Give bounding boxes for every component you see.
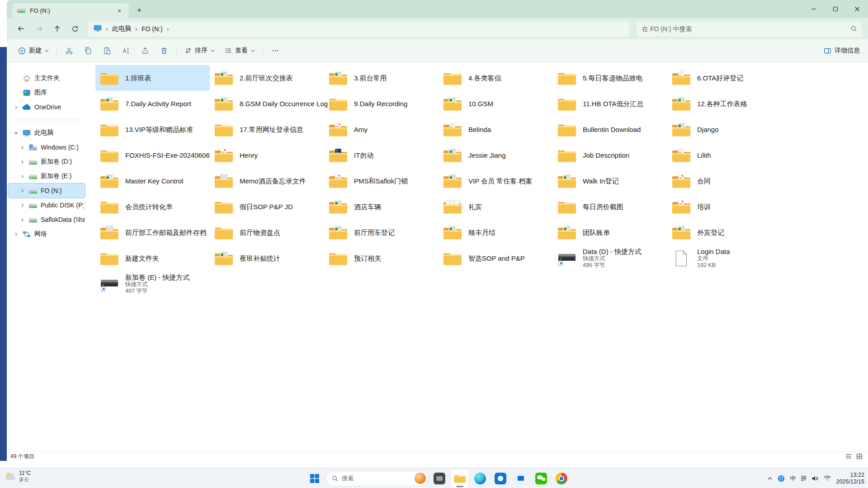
tray-chevron-up-icon[interactable] <box>767 476 773 481</box>
file-item[interactable]: IT勿动 <box>324 142 439 168</box>
minimize-button[interactable] <box>803 0 825 18</box>
file-explorer-button[interactable] <box>451 469 469 488</box>
file-item[interactable]: 11.HB OTA低分汇总 <box>553 91 667 117</box>
blue-app-button[interactable] <box>491 469 509 488</box>
up-button[interactable] <box>49 21 65 37</box>
share-button[interactable] <box>136 42 155 59</box>
file-item[interactable]: 顺丰月结 <box>439 220 553 245</box>
weather-widget[interactable]: 11°C 多云 <box>4 470 31 483</box>
details-button[interactable]: 详细信息 <box>824 47 860 55</box>
sidebar-item[interactable]: 主文件夹 <box>8 71 85 85</box>
chevron-down-icon[interactable] <box>13 131 19 135</box>
file-item[interactable]: 4.各类客信 <box>439 65 553 91</box>
view-button[interactable]: 查看 <box>220 42 260 59</box>
tab-close-icon[interactable]: × <box>114 6 124 16</box>
file-item[interactable]: 10.GSM <box>439 91 553 117</box>
refresh-button[interactable] <box>67 21 83 37</box>
sidebar-item[interactable]: FO (N:) <box>8 183 85 198</box>
rename-button[interactable] <box>117 42 136 59</box>
file-item[interactable]: PMS和Saflok门锁 <box>324 168 439 194</box>
file-item[interactable]: 1.排班表 <box>95 65 210 91</box>
file-item[interactable]: 假日SOP P&P JD <box>210 194 324 220</box>
copy-button[interactable] <box>79 42 98 59</box>
chevron-right-icon[interactable] <box>19 189 25 193</box>
sidebar-item[interactable]: 新加卷 (D:) <box>8 155 85 169</box>
file-item[interactable]: 12.各种工作表格 <box>667 91 782 117</box>
file-item[interactable]: Bullentin Download <box>553 117 667 142</box>
dark-app-button[interactable] <box>430 469 448 488</box>
search-box[interactable] <box>637 21 862 37</box>
file-item[interactable]: 6.OTA好评登记 <box>667 65 782 91</box>
large-icons-view-icon[interactable] <box>856 453 863 460</box>
store-button[interactable] <box>512 469 530 488</box>
file-item[interactable]: 9.Daily Recording <box>324 91 439 117</box>
chevron-right-icon[interactable] <box>13 105 19 109</box>
volume-icon[interactable] <box>811 475 819 482</box>
file-item[interactable]: 前厅部工作邮箱及邮件存档 <box>95 220 210 245</box>
file-item[interactable]: Amy <box>324 117 439 142</box>
file-item[interactable]: 新建文件夹 <box>95 245 210 271</box>
start-button[interactable] <box>306 469 324 488</box>
file-item[interactable]: Belinda <box>439 117 553 142</box>
more-button[interactable] <box>266 42 285 59</box>
tab-fo-drive[interactable]: FO (N:) × <box>12 3 129 18</box>
tray-update-icon[interactable] <box>778 475 785 482</box>
network-icon[interactable] <box>824 475 831 481</box>
chevron-right-icon[interactable] <box>19 203 25 207</box>
chevron-right-icon[interactable] <box>19 174 25 178</box>
file-item[interactable]: 合同 <box>667 168 782 194</box>
close-button[interactable] <box>846 0 868 18</box>
sidebar-item[interactable]: 网络 <box>8 227 85 241</box>
new-tab-button[interactable]: + <box>132 4 146 17</box>
file-item[interactable]: Walk In登记 <box>553 168 667 194</box>
file-item[interactable]: 夜班补贴统计 <box>210 245 324 271</box>
back-button[interactable] <box>13 21 28 37</box>
taskbar-clock[interactable]: 13:22 2025/12/15 <box>836 472 864 485</box>
chevron-right-icon[interactable] <box>13 232 19 236</box>
sidebar-item[interactable]: Windows (C:) <box>8 140 85 155</box>
file-item[interactable]: 13.VIP等级和赠品标准 <box>95 117 210 142</box>
sidebar-item[interactable]: 新加卷 (E:) <box>8 169 85 183</box>
file-item[interactable]: 预订相关 <box>324 245 439 271</box>
taskbar-search[interactable]: 搜索 <box>326 471 428 486</box>
file-item[interactable]: 17.常用网址登录信息 <box>210 117 324 142</box>
sidebar-item[interactable]: 图库 <box>8 85 85 100</box>
file-item[interactable]: Job Description <box>553 142 667 168</box>
chevron-right-icon[interactable] <box>19 160 25 164</box>
paste-button[interactable] <box>98 42 117 59</box>
sort-button[interactable]: 排序 <box>179 42 220 59</box>
breadcrumb-fo-drive[interactable]: FO (N:) <box>142 25 163 33</box>
file-item[interactable]: 酒店车辆 <box>324 194 439 220</box>
sidebar-item[interactable]: Public DISK (P:) <box>8 198 85 212</box>
new-button[interactable]: 新建 <box>13 42 54 59</box>
file-item[interactable]: Master Key Control <box>95 168 210 194</box>
file-item[interactable]: 7.Daily Activity Report <box>95 91 210 117</box>
chevron-right-icon[interactable] <box>19 145 25 150</box>
maximize-button[interactable] <box>825 0 846 18</box>
file-item[interactable]: Data (D) - 快捷方式快捷方式495 字节 <box>553 245 667 271</box>
file-item[interactable]: Django <box>667 117 782 142</box>
file-item[interactable]: Henry <box>210 142 324 168</box>
list-view-icon[interactable] <box>845 453 852 460</box>
breadcrumb-this-pc[interactable]: 此电脑 <box>112 25 131 33</box>
file-item[interactable]: Memo酒店备忘录文件 <box>210 168 324 194</box>
file-item[interactable]: Lilith <box>667 142 782 168</box>
cut-button[interactable] <box>60 42 79 59</box>
file-item[interactable]: 前厅用车登记 <box>324 220 439 245</box>
file-item[interactable]: 前厅物资盘点 <box>210 220 324 245</box>
delete-button[interactable] <box>155 42 174 59</box>
sidebar-item[interactable]: OneDrive <box>8 100 85 114</box>
file-item[interactable]: 会员统计转化率 <box>95 194 210 220</box>
file-item[interactable]: 3.前台常用 <box>324 65 439 91</box>
file-item[interactable]: Login Data文件192 KB <box>667 245 782 271</box>
file-item[interactable]: 新加卷 (E) - 快捷方式快捷方式497 字节 <box>95 271 210 297</box>
file-item[interactable]: 8.GSM Daily Occurrence Log <box>210 91 324 117</box>
wechat-button[interactable] <box>532 469 550 488</box>
file-item[interactable]: FOXHIS-FSI-Exe-20240606 <box>95 142 210 168</box>
forward-button[interactable] <box>31 21 47 37</box>
chrome-button[interactable] <box>552 469 571 488</box>
sidebar-item[interactable]: 此电脑 <box>8 126 85 140</box>
file-item[interactable]: 2.前厅班次交接表 <box>210 65 324 91</box>
search-highlight-badge[interactable] <box>415 473 426 484</box>
ime-language-indicator[interactable]: 中 <box>790 474 796 483</box>
